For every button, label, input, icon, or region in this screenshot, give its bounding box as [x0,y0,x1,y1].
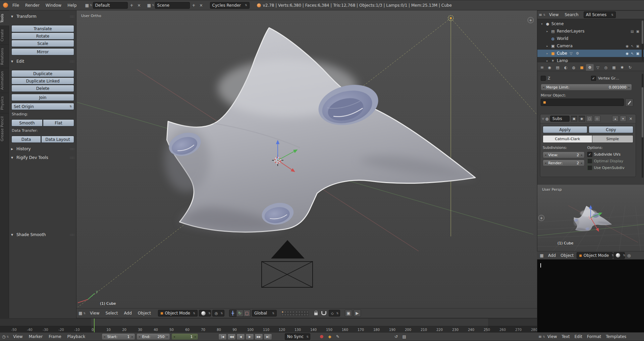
panel-header-rigify[interactable]: ▼ Rigify Dev Tools ∷∷ [11,155,74,160]
menu-item[interactable]: Render [22,1,43,9]
eyedropper-icon[interactable] [625,99,633,107]
camera-object[interactable] [262,240,313,287]
join-button[interactable]: Join [11,94,74,101]
subdivision-type-simple-button[interactable]: Simple [592,135,633,143]
tab-object[interactable]: ■ [578,64,586,71]
insert-keyframe-icon[interactable]: ✎ [334,333,341,340]
keying-set-icon[interactable]: ◆ [326,333,333,340]
renderability-icon[interactable]: ▣ [636,52,639,55]
sync-mode-select[interactable]: No Sync⇅ [285,333,310,340]
tab-physics[interactable]: ↻ [626,64,634,71]
opengl-render-animation-icon[interactable]: ▶ [354,309,361,317]
panel-grip-icon[interactable]: ∷∷ [70,15,74,18]
play-button[interactable]: ▶ [246,334,254,340]
axis-z-checkbox[interactable] [541,76,546,81]
render-visibility-icon[interactable]: ▣ [636,30,639,33]
scale-manipulator-icon[interactable]: □ [244,309,251,317]
shade-flat-button[interactable]: Flat [43,119,74,126]
visibility-eye-icon[interactable]: ◉ [626,52,629,55]
blender-logo-icon[interactable] [2,2,9,9]
prev-keyframe-button[interactable]: ◀◀ [227,334,236,340]
modifier-expand-icon[interactable]: ▽ [542,117,544,120]
current-frame-playhead[interactable] [94,319,95,332]
menu-item[interactable]: Search [561,11,581,19]
tab-particles[interactable]: ✱ [618,64,626,71]
tab-material[interactable]: ◎ [602,64,610,71]
collapse-icon[interactable]: ▾ [540,22,544,25]
snap-magnet-icon[interactable] [321,310,327,317]
image-icon[interactable]: ▤ [631,30,634,33]
mirror-button[interactable]: Mirror [11,48,74,55]
expand-icon[interactable]: ▸ [545,59,549,62]
merge-limit-field[interactable]: ◂Merge Limit: 0.001000▸ [541,84,632,91]
modifier-editmode-toggle-icon[interactable]: ▢ [586,116,593,122]
editor-type-text-icon[interactable]: ≡⇅ [538,333,545,340]
layers-widget[interactable] [281,311,309,316]
panel-header-edit[interactable]: ▼ Edit ∷∷ [11,59,74,64]
frame-end-field[interactable]: ◂End:250▸ [137,333,170,340]
data-transfer-data-button[interactable]: Data [11,136,41,143]
lock-to-scene-icon[interactable] [313,310,319,317]
shade-smooth-button[interactable]: Smooth [11,119,43,126]
jump-to-start-button[interactable]: |◀ [218,334,227,340]
snap-element-select[interactable]: ◇⇅ [329,310,340,317]
timeline-canvas[interactable]: -50-40-30-20-100102030405060708090100110… [0,318,537,332]
panel-header-transform[interactable]: ▼ Transform ∷∷ [11,14,74,19]
menu-item[interactable]: Add [546,251,558,260]
translate-manipulator-icon[interactable]: ╋ [229,309,236,317]
screen-layout-browse-icon[interactable]: ▦⇅ [85,2,92,9]
panel-grip-icon[interactable]: ∷∷ [70,60,74,63]
tool-button[interactable]: Delete [11,85,74,92]
next-keyframe-button[interactable]: ▶▶ [255,334,263,340]
tool-button[interactable]: Scale [11,40,74,47]
tab-world[interactable]: ◍ [570,64,578,71]
set-origin-menu-button[interactable]: Set Origin⇅ [11,103,74,110]
editor-type-outliner-icon[interactable]: ≡⇅ [539,11,545,18]
modifier-render-toggle-icon[interactable]: ▣ [571,116,577,122]
subdivide-uvs-checkbox[interactable] [587,152,592,157]
modifier-delete-icon[interactable]: × [628,116,634,122]
tool-button[interactable]: Rotate [11,33,74,40]
modifier-cage-toggle-icon[interactable]: ◇ [594,116,600,122]
menu-item[interactable]: Format [585,333,603,341]
outliner-row-scene[interactable]: ▾ ● Scene [537,20,644,27]
pivot-icon[interactable]: ◎ [626,252,632,259]
menu-item[interactable]: View [545,333,559,341]
play-reverse-button[interactable]: ◀ [236,334,245,340]
menu-item[interactable]: Object [135,309,154,317]
panel-grip-icon[interactable]: ∷∷ [70,156,74,160]
outliner-scrollbar[interactable] [642,20,643,61]
modifier-name-field[interactable]: Subs [550,116,570,122]
menu-item[interactable]: Text [559,333,572,341]
use-opensubdiv-checkbox[interactable] [587,165,592,170]
toolshelf-tab-animation[interactable]: Animation [0,68,9,93]
delete-screen-layout-icon[interactable]: × [136,2,143,9]
mirror-object-field[interactable]: ■ [541,99,624,106]
editor-type-properties-icon[interactable]: ≡ [539,64,545,71]
tab-render[interactable]: ◉ [546,64,553,71]
modifier-move-up-icon[interactable]: ▴ [612,116,619,122]
outliner-row-renderlayers[interactable]: ▸ ▤ RenderLayers ▤▣ [537,27,644,35]
tab-object-data[interactable]: ▽ [594,64,602,71]
toolshelf-tab-relations[interactable]: Relations [0,45,9,68]
menu-item[interactable]: View [546,11,561,19]
expand-icon[interactable]: ▸ [545,52,549,55]
mesh-object-cube[interactable] [164,28,475,232]
transform-orientation-select[interactable]: Global⇅ [252,310,277,317]
editor-type-3dview-icon[interactable]: ▦⇅ [78,310,86,317]
toolshelf-tab-physics[interactable]: Physics [0,93,9,113]
outliner-display-mode-select[interactable]: All Scenes⇅ [584,11,616,18]
panel-header-redo[interactable]: ▼ Shade Smooth ∷∷ [11,232,74,237]
toolshelf-tab-tools[interactable]: Tools [0,10,9,26]
delete-scene-icon[interactable]: × [198,2,205,9]
menu-item[interactable]: Object [558,251,576,260]
modifier-move-down-icon[interactable]: ▾ [620,116,626,122]
mini-shading-select[interactable]: ⇅ [613,252,625,259]
subdivision-type-catmull-clark-button[interactable]: Catmull-Clark [543,135,592,143]
expand-properties-region-icon[interactable]: + [528,17,534,23]
sync-playback-icon[interactable]: ↺ [393,333,399,340]
tool-button[interactable]: Duplicate Linked [11,77,74,84]
viewport-shading-select[interactable]: ⇅ [199,310,211,317]
editor-type-timeline-icon[interactable]: ◷⇅ [2,333,9,340]
expand-icon[interactable]: ▸ [545,45,549,48]
